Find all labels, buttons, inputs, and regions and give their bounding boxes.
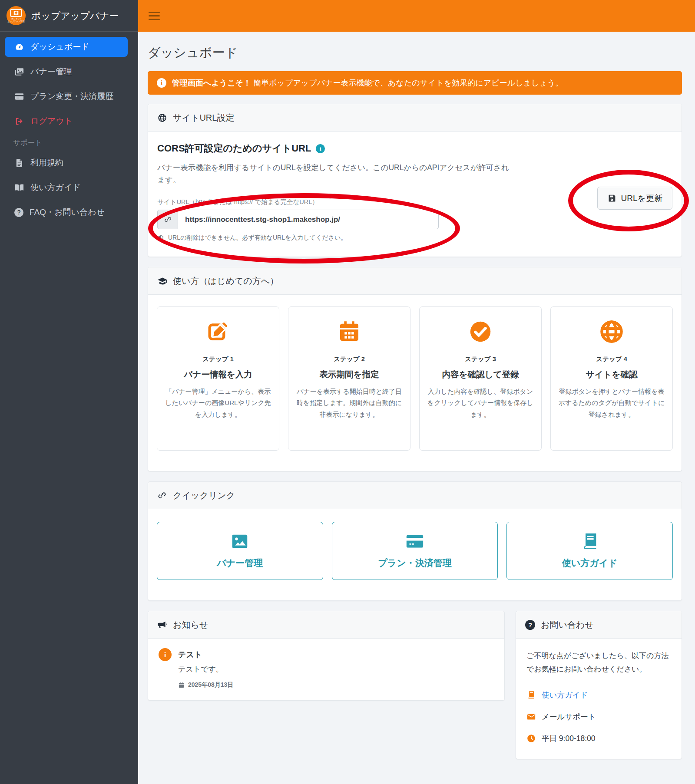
book-icon [526, 690, 536, 700]
globe-icon [157, 113, 167, 123]
sidebar-item-faq[interactable]: ? FAQ・お問い合わせ [5, 202, 128, 222]
edit-icon [164, 319, 272, 345]
quicklink-plan-payments-button[interactable]: プラン・決済管理 [332, 522, 498, 580]
clock-icon [526, 734, 536, 743]
brand[interactable]: カンタン!! ポップアップ管理 ポップアップバナー [0, 0, 138, 32]
news-body: i テスト テストです。 2025年08月13日 [148, 639, 504, 700]
graduation-cap-icon [157, 276, 167, 286]
card-title: サイトURL設定 [173, 112, 234, 124]
credit-card-icon [405, 531, 425, 550]
contact-card: ? お問い合わせ ご不明な点がございましたら、以下の方法でお気軽にお問い合わせく… [516, 611, 682, 759]
menu-toggle-button[interactable] [149, 10, 160, 22]
card-title: 使い方（はじめての方へ） [173, 275, 278, 287]
sidebar-item-plan-payments[interactable]: プラン変更・決済履歴 [5, 86, 128, 106]
logout-icon [14, 116, 24, 126]
image-icon [230, 531, 250, 550]
brand-title: ポップアップバナー [31, 10, 119, 22]
book-open-icon [14, 183, 24, 193]
step-card-4: ステップ 4 サイトを確認 登録ボタンを押すとバナー情報を表示するためのタグが自… [550, 306, 673, 451]
file-icon [14, 158, 24, 168]
contact-text: ご不明な点がございましたら、以下の方法でお気軽にお問い合わせください。 [526, 649, 671, 676]
contact-links: 使い方ガイド メールサポート [526, 684, 671, 749]
quicklinks-card: クイックリンク バナー管理 プラン・決済管理 [148, 481, 682, 601]
sidebar-item-label: 利用規約 [30, 157, 63, 168]
bottom-row: お知らせ i テスト テストです。 2025年08月13日 [148, 611, 682, 759]
step-card-1: ステップ 1 バナー情報を入力 「バナー管理」メニューから、表示したいバナーの画… [157, 306, 279, 451]
info-circle-icon: i [159, 648, 172, 661]
site-url-card-header: サイトURL設定 [148, 104, 682, 132]
cors-heading: CORS許可設定のためのサイトURL i [157, 142, 672, 155]
cors-description: バナー表示機能を利用するサイトのURLを設定してください。このURLからのAPI… [157, 161, 510, 186]
app-logo-icon: カンタン!! ポップアップ管理 [6, 6, 26, 26]
sidebar-item-label: ログアウト [30, 115, 73, 127]
quicklink-banners-button[interactable]: バナー管理 [157, 522, 323, 580]
sidebar-section-support: サポート [5, 138, 128, 148]
contact-guide-link[interactable]: 使い方ガイド [526, 684, 671, 706]
card-title: お問い合わせ [541, 619, 594, 631]
globe-icon [558, 319, 665, 345]
site-url-input[interactable] [178, 210, 439, 229]
contact-body: ご不明な点がございましたら、以下の方法でお気軽にお問い合わせください。 使い方ガ… [516, 639, 682, 759]
contact-card-header: ? お問い合わせ [516, 611, 682, 639]
sidebar-item-terms[interactable]: 利用規約 [5, 153, 128, 173]
calendar-icon [295, 319, 403, 345]
bullhorn-icon [157, 620, 167, 630]
quicklinks-card-header: クイックリンク [148, 482, 682, 509]
sidebar-item-label: バナー管理 [30, 66, 72, 77]
site-url-input-group [157, 210, 439, 229]
link-icon [157, 210, 178, 229]
sidebar-item-label: プラン変更・決済履歴 [30, 91, 113, 102]
link-icon [157, 491, 167, 501]
quicklink-guide-button[interactable]: 使い方ガイド [506, 522, 673, 580]
sidebar-nav: ダッシュボード バナー管理 プラン変更・決済履歴 ログアウト サポート [0, 32, 138, 222]
news-item-title: テスト [178, 648, 223, 660]
topbar [138, 0, 695, 32]
svg-text:ポップアップ管理: ポップアップ管理 [7, 20, 25, 23]
calendar-icon [178, 682, 185, 688]
sidebar: カンタン!! ポップアップ管理 ポップアップバナー ダッシュボード バナー管理 [0, 0, 138, 784]
card-title: お知らせ [173, 619, 208, 631]
url-update-button[interactable]: URLを更新 [597, 187, 672, 210]
news-item-body: テストです。 [178, 664, 223, 674]
page-title: ダッシュボード [148, 44, 682, 62]
news-item: i テスト テストです。 [159, 648, 494, 674]
info-circle-icon: i [157, 78, 166, 88]
sidebar-item-label: 使い方ガイド [30, 182, 81, 193]
sidebar-item-banners[interactable]: バナー管理 [5, 62, 128, 82]
card-title: クイックリンク [173, 490, 235, 501]
main-content: ダッシュボード i 管理画面へようこそ！ 簡単ポップアップバナー表示機能で、あな… [138, 32, 695, 759]
contact-hours: 平日 9:00-18:00 [526, 728, 671, 749]
sidebar-item-logout[interactable]: ログアウト [5, 111, 128, 131]
info-tooltip-icon[interactable]: i [316, 144, 325, 153]
howto-card: 使い方（はじめての方へ） ステップ 1 バナー情報を入力 「バナー管理」メニュー… [148, 267, 682, 471]
save-icon [607, 194, 616, 203]
news-item-date: 2025年08月13日 [178, 681, 494, 689]
images-icon [14, 67, 24, 77]
question-circle-icon: ? [14, 208, 23, 217]
book-icon [580, 531, 600, 550]
envelope-icon [526, 712, 536, 721]
question-circle-icon: ? [525, 620, 535, 630]
howto-card-header: 使い方（はじめての方へ） [148, 267, 682, 295]
welcome-alert-text: 管理画面へようこそ！ 簡単ポップアップバナー表示機能で、あなたのサイトを効果的に… [172, 78, 563, 88]
gauge-icon [14, 42, 24, 52]
sidebar-item-label: FAQ・お問い合わせ [30, 207, 105, 218]
step-card-3: ステップ 3 内容を確認して登録 入力した内容を確認し、登録ボタンをクリックして… [419, 306, 542, 451]
cors-heading-text: CORS許可設定のためのサイトURL [157, 142, 311, 155]
sidebar-item-guide[interactable]: 使い方ガイド [5, 178, 128, 198]
news-card: お知らせ i テスト テストです。 2025年08月13日 [148, 611, 505, 701]
contact-mail-support[interactable]: メールサポート [526, 706, 671, 728]
sidebar-item-label: ダッシュボード [30, 41, 89, 53]
site-url-note: URLの削除はできません。必ず有効なURLを入力してください。 [157, 234, 672, 242]
site-url-label: サイトURL（http:// または https:// で始まる完全なURL） [157, 198, 672, 206]
quicklinks-row: バナー管理 プラン・決済管理 使い方ガイド [148, 509, 682, 600]
step-card-2: ステップ 2 表示期間を指定 バナーを表示する開始日時と終了日時を指定します。期… [288, 306, 410, 451]
howto-steps: ステップ 1 バナー情報を入力 「バナー管理」メニューから、表示したいバナーの画… [148, 295, 682, 471]
check-circle-icon [427, 319, 534, 345]
site-url-card-body: CORS許可設定のためのサイトURL i バナー表示機能を利用するサイトのURL… [148, 132, 682, 257]
news-card-header: お知らせ [148, 611, 504, 639]
sidebar-item-dashboard[interactable]: ダッシュボード [5, 37, 128, 57]
welcome-alert: i 管理画面へようこそ！ 簡単ポップアップバナー表示機能で、あなたのサイトを効果… [148, 71, 682, 95]
credit-card-icon [14, 92, 24, 102]
site-url-card: サイトURL設定 CORS許可設定のためのサイトURL i バナー表示機能を利用… [148, 104, 682, 257]
